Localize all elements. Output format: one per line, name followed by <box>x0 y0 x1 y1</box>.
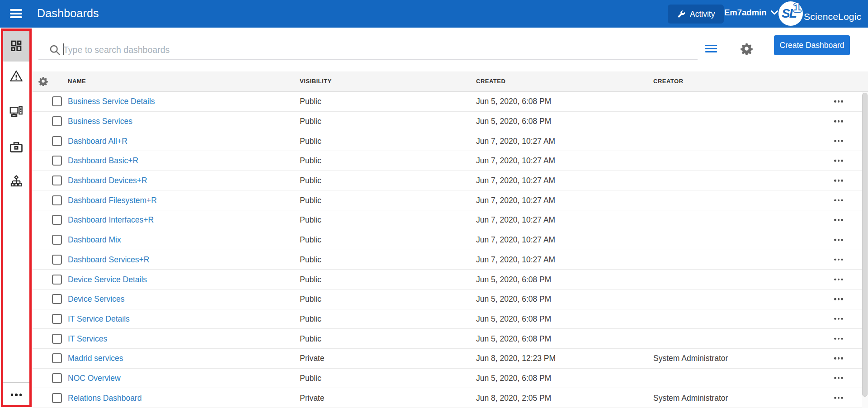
created-cell: Jun 5, 2020, 6:08 PM <box>476 334 551 343</box>
sidebar-item-business-services[interactable] <box>3 134 29 160</box>
row-actions-ellipsis-button[interactable] <box>832 197 845 204</box>
sidebar-item-more[interactable] <box>3 388 29 402</box>
row-actions-ellipsis-button[interactable] <box>832 275 845 283</box>
column-header-created[interactable]: CREATED <box>476 78 505 85</box>
created-cell: Jun 7, 2020, 10:27 AM <box>476 235 555 245</box>
sidebar-item-events[interactable] <box>3 63 29 89</box>
table-row: Dashboard Services+R Public Jun 7, 2020,… <box>33 250 868 270</box>
sidebar-item-devices[interactable] <box>3 99 29 125</box>
row-checkbox[interactable] <box>52 195 62 205</box>
row-actions-ellipsis-button[interactable] <box>832 98 845 105</box>
dashboard-name-link[interactable]: Madrid services <box>68 354 123 363</box>
row-checkbox[interactable] <box>52 136 62 146</box>
table-row: Dashboard Filesystem+R Public Jun 7, 202… <box>33 190 868 210</box>
business-services-briefcase-icon <box>9 141 23 153</box>
row-actions-ellipsis-button[interactable] <box>832 394 845 402</box>
row-actions-ellipsis-button[interactable] <box>832 335 845 342</box>
row-actions-ellipsis-button[interactable] <box>832 236 845 244</box>
dashboard-name-link[interactable]: Dashboard Interfaces+R <box>68 215 154 225</box>
row-actions-ellipsis-button[interactable] <box>832 216 845 224</box>
menu-hamburger-button[interactable] <box>10 9 22 19</box>
table-header-row: NAME VISIBILITY CREATED CREATOR <box>33 71 868 92</box>
created-cell: Jun 5, 2020, 6:08 PM <box>476 117 551 126</box>
user-menu[interactable]: Em7admin <box>724 8 778 18</box>
row-checkbox[interactable] <box>52 235 62 245</box>
page-title: Dashboards <box>37 7 99 20</box>
dashboard-name-link[interactable]: NOC Overview <box>68 373 121 383</box>
created-cell: Jun 5, 2020, 6:08 PM <box>476 314 551 323</box>
chevron-down-icon <box>771 10 778 15</box>
search-input[interactable] <box>63 43 606 57</box>
row-checkbox[interactable] <box>52 393 62 403</box>
row-checkbox[interactable] <box>52 156 62 166</box>
visibility-cell: Public <box>300 255 321 264</box>
row-checkbox[interactable] <box>52 294 62 304</box>
column-settings-gear-icon[interactable] <box>38 76 48 86</box>
table-row: Device Service Details Public Jun 5, 202… <box>33 270 868 289</box>
row-checkbox[interactable] <box>52 373 62 383</box>
vertical-scrollbar <box>862 92 868 408</box>
dashboard-name-link[interactable]: IT Services <box>68 334 107 343</box>
visibility-cell: Private <box>300 354 324 363</box>
row-actions-ellipsis-button[interactable] <box>832 315 845 323</box>
dashboard-name-link[interactable]: Device Service Details <box>68 275 147 284</box>
column-header-creator[interactable]: CREATOR <box>653 78 684 85</box>
top-bar: Dashboards Activity Em7admin SL 1 Scienc… <box>0 0 868 28</box>
row-actions-ellipsis-button[interactable] <box>832 137 845 145</box>
row-actions-ellipsis-button[interactable] <box>832 295 845 303</box>
row-checkbox[interactable] <box>52 275 62 285</box>
row-actions-ellipsis-button[interactable] <box>832 355 845 362</box>
sidebar-item-dashboards[interactable] <box>3 30 29 62</box>
dashboard-name-link[interactable]: Dashboard All+R <box>68 136 127 146</box>
column-header-name[interactable]: NAME <box>68 78 86 85</box>
app-root: Dashboards Activity Em7admin SL 1 Scienc… <box>0 0 868 408</box>
dashboard-name-link[interactable]: Business Service Details <box>68 97 155 106</box>
brand-logo: SL 1 ScienceLogic <box>778 1 861 26</box>
column-header-visibility[interactable]: VISIBILITY <box>300 78 332 85</box>
visibility-cell: Public <box>300 235 321 245</box>
creator-cell: System Administrator <box>653 393 728 403</box>
row-checkbox[interactable] <box>52 96 62 106</box>
vertical-scrollbar-thumb[interactable] <box>862 93 868 397</box>
row-actions-ellipsis-button[interactable] <box>832 157 845 165</box>
dashboard-name-link[interactable]: Dashboard Services+R <box>68 255 149 264</box>
dashboard-name-link[interactable]: Dashboard Mix <box>68 235 121 245</box>
visibility-cell: Public <box>300 97 321 106</box>
created-cell: Jun 7, 2020, 10:27 AM <box>476 215 555 225</box>
dashboard-name-link[interactable]: Relations Dashboard <box>68 393 142 403</box>
activity-button-label: Activity <box>690 9 715 19</box>
row-checkbox[interactable] <box>52 215 62 225</box>
maps-hierarchy-icon <box>10 175 23 187</box>
sidebar <box>0 28 33 408</box>
dashboard-name-link[interactable]: IT Service Details <box>68 314 130 323</box>
table-row: Device Services Public Jun 5, 2020, 6:08… <box>33 289 868 309</box>
row-actions-ellipsis-button[interactable] <box>832 375 845 382</box>
row-checkbox[interactable] <box>52 176 62 185</box>
row-actions-ellipsis-button[interactable] <box>832 177 845 185</box>
dashboard-name-link[interactable]: Business Services <box>68 117 132 126</box>
visibility-cell: Public <box>300 275 321 284</box>
dashboard-name-link[interactable]: Dashboard Basic+R <box>68 156 138 166</box>
create-dashboard-button[interactable]: Create Dashboard <box>774 35 850 55</box>
row-checkbox[interactable] <box>52 353 62 363</box>
activity-button[interactable]: Activity <box>668 5 724 24</box>
table-row: Dashboard Devices+R Public Jun 7, 2020, … <box>33 171 868 191</box>
list-view-icon[interactable] <box>705 45 717 53</box>
row-checkbox[interactable] <box>52 255 62 265</box>
table-row: Madrid services Private Jun 8, 2020, 12:… <box>33 349 868 369</box>
sidebar-item-maps[interactable] <box>3 168 29 194</box>
row-checkbox[interactable] <box>52 334 62 344</box>
row-actions-ellipsis-button[interactable] <box>832 118 845 125</box>
visibility-cell: Public <box>300 156 321 166</box>
created-cell: Jun 7, 2020, 10:27 AM <box>476 176 555 185</box>
row-checkbox[interactable] <box>52 314 62 324</box>
dashboard-name-link[interactable]: Dashboard Filesystem+R <box>68 195 157 205</box>
dashboard-name-link[interactable]: Dashboard Devices+R <box>68 176 147 185</box>
row-actions-ellipsis-button[interactable] <box>832 256 845 264</box>
search-underline <box>38 59 698 60</box>
created-cell: Jun 7, 2020, 10:27 AM <box>476 195 555 205</box>
dashboard-name-link[interactable]: Device Services <box>68 294 124 304</box>
row-checkbox[interactable] <box>52 116 62 126</box>
settings-gear-icon[interactable] <box>741 43 753 55</box>
user-name: Em7admin <box>724 8 767 18</box>
